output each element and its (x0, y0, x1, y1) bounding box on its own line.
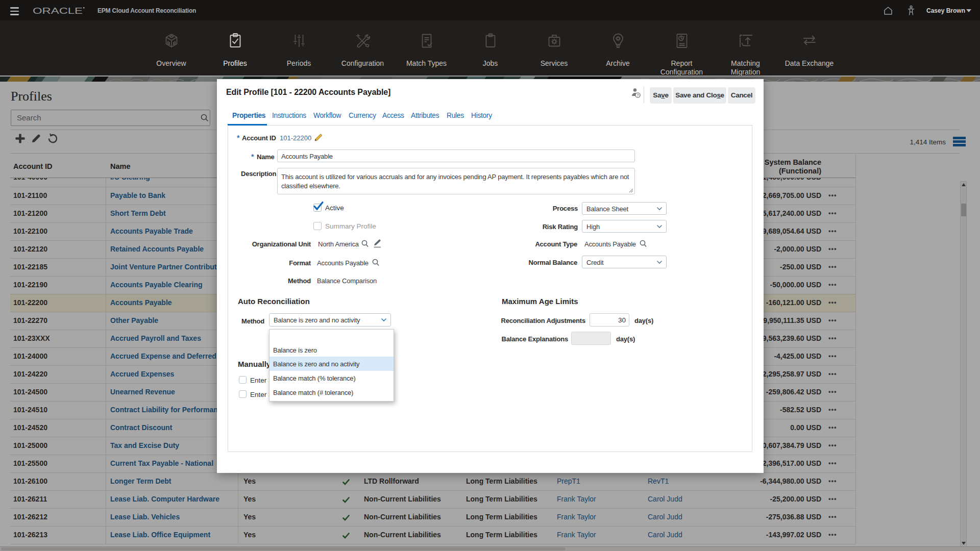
svg-text:?: ? (636, 93, 639, 97)
svg-text:ORACLE: ORACLE (33, 7, 83, 15)
